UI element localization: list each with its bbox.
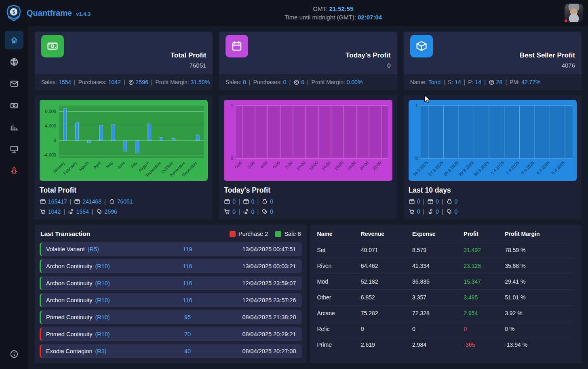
svg-text:June: June (116, 160, 126, 170)
transactions-title: Last Transaction (40, 230, 90, 238)
cell-expense: 0 (412, 321, 464, 337)
stat-card-footer: Sales:1554|Purchases:1042|2596|Profit Ma… (35, 74, 213, 90)
transaction-datetime: 13/04/2025 00:03:21 (202, 263, 296, 269)
legend-label: Sale 8 (284, 231, 301, 237)
svg-text:May: May (105, 160, 114, 169)
chart-card-title: Today's Profit (224, 186, 392, 195)
cell-revenue: 2.619 (361, 337, 412, 353)
chest-icon (409, 198, 415, 205)
stat-card: Best Seller Profit 4076 Name:Torid|S:14|… (404, 32, 582, 90)
chart-card-stats-2: 1042|1554|2596 (40, 208, 208, 215)
stat-value: 1554 (76, 208, 89, 215)
cell-name: Prime (317, 337, 361, 353)
stat-card-value: 0 (346, 62, 390, 69)
svg-text:July: July (129, 160, 138, 169)
transaction-price: 95 (173, 314, 202, 320)
stat-card-text: Total Profit 76051 (171, 51, 206, 69)
svg-text:April: April (92, 160, 101, 170)
stat-card: Total Profit 76051 Sales:1554|Purchases:… (35, 32, 213, 90)
svg-text:22:00: 22:00 (371, 160, 382, 171)
svg-text:March: March (78, 160, 90, 172)
stat-value: 0 (417, 208, 420, 215)
stat-value: 165417 (48, 198, 67, 205)
separator: | (257, 208, 259, 215)
transaction-item[interactable]: Archon Continuity(R10)11612/04/2025 23:5… (40, 293, 302, 307)
separator: | (484, 79, 486, 85)
cell-profit: 0 (464, 321, 505, 337)
transaction-rank: (R10) (95, 263, 110, 269)
table-row: Riven64.46241.33423.12835.88 % (317, 258, 575, 274)
coin-icon (128, 79, 134, 85)
brand: $ Quantframe v1.4.3 (5, 4, 102, 22)
stat-value: 0 (232, 208, 236, 215)
cell-profit: 2.954 (464, 305, 505, 321)
sidebar-item-trading[interactable] (5, 96, 23, 115)
separator: | (74, 79, 76, 85)
stat-value: 0 (243, 79, 246, 85)
svg-text:6:00: 6:00 (272, 160, 281, 170)
stat-label: Profit Margin: (155, 79, 189, 85)
sidebar-item-market[interactable] (5, 53, 23, 71)
transaction-datetime: 12/04/2025 23:57:26 (202, 297, 296, 303)
svg-text:12:00: 12:00 (308, 160, 319, 171)
stat-value: 0 (232, 198, 236, 205)
stat-value: 1554 (59, 79, 71, 85)
cell-profit: 3.495 (464, 290, 505, 305)
stat-card-text: Today's Profit 0 (346, 51, 390, 69)
transaction-name-wrap: Archon Continuity(R10) (46, 280, 173, 286)
table-row: Prime2.6192.984-365-13.94 % (317, 337, 575, 353)
transaction-name-wrap: Volatile Variant(R5) (46, 246, 173, 252)
sidebar-item-live-trading[interactable] (5, 140, 23, 159)
stat-label: Sales: (41, 79, 57, 85)
transaction-name: Primed Continuity (46, 331, 92, 337)
hand-coin-icon (68, 208, 74, 215)
svg-text:0: 0 (415, 156, 418, 161)
sidebar-item-debug[interactable] (5, 162, 23, 180)
sidebar-item-home[interactable] (5, 31, 23, 49)
chart-area: 010:002:004:006:008:0010:0012:0014:0016:… (224, 100, 392, 181)
stat-value: 76051 (117, 198, 133, 205)
coin-icon (293, 79, 299, 85)
stat-card-value: 76051 (171, 62, 206, 69)
category-table-panel: NameRevenueExpenseProfitProfit Margin Se… (310, 225, 582, 363)
sidebar-item-messages[interactable] (5, 74, 23, 93)
transaction-item[interactable]: Primed Continuity(R10)9508/04/2025 21:38… (40, 310, 302, 324)
transaction-rank: (R10) (95, 314, 110, 320)
cell-margin: 29.41 % (505, 274, 574, 290)
table-row: Arcane75.28272.3282.9543.92 % (317, 305, 575, 321)
hand-coin-icon (243, 208, 249, 215)
stat-value: 0 (455, 208, 458, 215)
svg-text:0: 0 (231, 156, 233, 161)
info-button[interactable] (5, 345, 23, 363)
user-avatar[interactable] (565, 4, 583, 22)
coins-icon (96, 208, 103, 215)
info-icon (10, 350, 19, 358)
transaction-item[interactable]: Exodia Contagion(R3)4008/04/2025 20:27:0… (40, 344, 302, 358)
legend-label: Purchase 2 (238, 231, 268, 237)
sidebar-item-statistics[interactable] (5, 118, 23, 137)
column-header: Name (317, 225, 361, 242)
transaction-item[interactable]: Primed Continuity(R10)7008/04/2025 20:29… (40, 327, 302, 341)
chart-area: 0126 3 202527 3 202528 3 202529 3 202530… (409, 100, 577, 181)
stat-value: 2596 (136, 79, 148, 85)
separator: | (442, 208, 443, 215)
gmt-clock: GMT: 21:52:55 (102, 4, 565, 13)
cell-profit: 15.347 (464, 274, 505, 290)
transaction-item[interactable]: Volatile Variant(R5)11913/04/2025 00:47:… (40, 242, 302, 256)
svg-text:30 3 2025: 30 3 2025 (473, 160, 490, 177)
transaction-item[interactable]: Archon Continuity(R10)11613/04/2025 00:0… (40, 259, 302, 273)
moneybag-icon (261, 198, 268, 205)
transaction-name: Exodia Contagion (46, 348, 92, 354)
stat-label: Sales: (226, 79, 241, 85)
cell-margin: 0 % (505, 321, 574, 337)
svg-text:26 3 2025: 26 3 2025 (412, 160, 429, 177)
transaction-datetime: 13/04/2025 00:47:51 (202, 246, 296, 252)
stat-card: Today's Profit 0 Sales:0|Purchases:0|0|P… (219, 32, 397, 90)
hand-coin-icon (427, 208, 434, 215)
transaction-price: 116 (173, 280, 202, 286)
transaction-item[interactable]: Archon Continuity(R10)11612/04/2025 23:5… (40, 276, 302, 290)
chest-icon (40, 198, 46, 205)
category-table-head: NameRevenueExpenseProfitProfit Margin (317, 225, 575, 242)
app-root: $ Quantframe v1.4.3 GMT: 21:52:55 Time u… (0, 0, 588, 369)
separator: | (63, 208, 65, 215)
